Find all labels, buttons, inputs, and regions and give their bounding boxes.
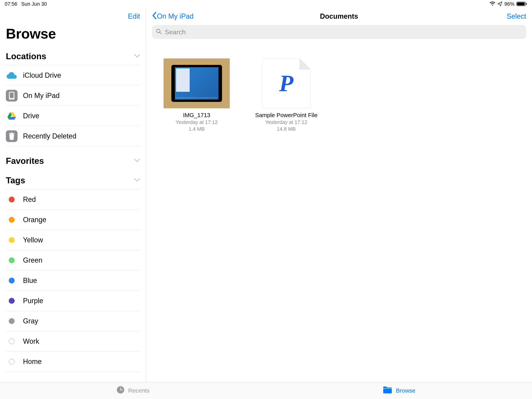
bottom-tab-bar: Recents Browse <box>0 382 532 399</box>
tab-browse[interactable]: Browse <box>266 382 532 399</box>
tag-dot-icon <box>6 237 18 243</box>
file-item[interactable]: IMG_1713 Yesterday at 17:12 1.4 MB <box>164 58 230 132</box>
icloud-icon <box>6 72 18 79</box>
chevron-down-icon <box>134 54 140 58</box>
search-icon <box>156 28 162 35</box>
tag-orange[interactable]: Orange <box>6 210 140 230</box>
file-name: Sample PowerPoint File <box>255 112 317 118</box>
svg-rect-7 <box>11 133 13 133</box>
back-button[interactable]: On My iPad <box>152 12 194 21</box>
battery-icon <box>516 1 527 6</box>
tag-dot-icon <box>6 257 18 263</box>
file-size: 14.8 MB <box>277 126 296 132</box>
tag-dot-icon <box>6 278 18 283</box>
tag-dot-icon <box>6 359 18 365</box>
svg-rect-6 <box>9 133 14 134</box>
file-date: Yesterday at 17:12 <box>176 119 218 125</box>
tag-work[interactable]: Work <box>6 331 140 351</box>
tag-home[interactable]: Home <box>6 351 140 372</box>
tag-label: Red <box>23 195 36 204</box>
location-recently-deleted[interactable]: Recently Deleted <box>6 126 140 146</box>
tab-recents[interactable]: Recents <box>0 382 266 399</box>
browse-sidebar: Edit Browse Locations iCloud Drive On My… <box>0 8 146 382</box>
clock-icon <box>116 386 125 395</box>
page-title: Documents <box>320 12 358 20</box>
tag-green[interactable]: Green <box>6 250 140 270</box>
status-bar: 07:56 Sun Jun 30 96% <box>0 0 532 8</box>
tag-dot-icon <box>6 318 18 324</box>
chevron-down-icon <box>134 178 140 183</box>
location-icon <box>497 1 502 6</box>
favorites-header[interactable]: Favorites <box>6 152 140 170</box>
tag-label: Home <box>23 358 42 366</box>
locations-title: Locations <box>6 51 46 61</box>
ipad-icon <box>6 90 18 102</box>
file-thumbnail: P <box>253 58 319 108</box>
tag-dot-icon <box>6 197 18 202</box>
wifi-icon <box>489 1 495 6</box>
file-item[interactable]: P Sample PowerPoint File Yesterday at 17… <box>253 58 319 132</box>
tag-label: Blue <box>23 277 37 285</box>
select-button[interactable]: Select <box>507 12 526 20</box>
svg-line-9 <box>160 32 161 34</box>
tag-dot-icon <box>6 298 18 304</box>
favorites-title: Favorites <box>6 156 44 166</box>
file-size: 1.4 MB <box>189 126 205 132</box>
chevron-left-icon <box>152 12 157 21</box>
tags-header[interactable]: Tags <box>6 172 140 189</box>
chevron-down-icon <box>134 159 140 163</box>
tag-yellow[interactable]: Yellow <box>6 230 140 250</box>
location-on-my-ipad[interactable]: On My iPad <box>6 85 140 106</box>
folder-icon <box>383 386 392 395</box>
search-field[interactable] <box>152 25 526 39</box>
google-drive-icon <box>6 112 18 120</box>
battery-pct: 96% <box>504 1 514 7</box>
back-label: On My iPad <box>157 12 194 20</box>
tag-gray[interactable]: Gray <box>6 311 140 331</box>
svg-rect-11 <box>383 389 392 393</box>
tag-label: Green <box>23 256 43 264</box>
tag-dot-icon <box>6 217 18 223</box>
tag-red[interactable]: Red <box>6 189 140 210</box>
search-input[interactable] <box>165 28 522 36</box>
location-label: On My iPad <box>23 91 60 100</box>
location-google-drive[interactable]: Drive <box>6 106 140 126</box>
tags-title: Tags <box>6 175 25 185</box>
tag-blue[interactable]: Blue <box>6 270 140 291</box>
trash-icon <box>6 130 18 142</box>
browse-title: Browse <box>6 26 140 42</box>
powerpoint-glyph: P <box>279 72 293 95</box>
tag-label: Yellow <box>23 236 43 244</box>
tag-dot-icon <box>6 338 18 344</box>
svg-point-5 <box>11 99 12 99</box>
tag-label: Orange <box>23 216 46 224</box>
tag-label: Gray <box>23 317 38 325</box>
location-label: Drive <box>23 112 39 120</box>
svg-rect-4 <box>10 93 14 98</box>
status-time: 07:56 <box>5 1 17 7</box>
file-name: IMG_1713 <box>183 112 210 118</box>
documents-panel: On My iPad Documents Select IMG_1713 <box>146 8 532 382</box>
file-thumbnail <box>164 58 230 108</box>
svg-rect-1 <box>517 3 525 6</box>
svg-rect-2 <box>526 3 527 5</box>
location-label: Recently Deleted <box>23 132 76 140</box>
tab-label: Browse <box>396 387 415 394</box>
tag-purple[interactable]: Purple <box>6 291 140 311</box>
tab-label: Recents <box>128 387 150 394</box>
tag-label: Purple <box>23 297 43 305</box>
location-label: iCloud Drive <box>23 71 61 79</box>
status-date: Sun Jun 30 <box>21 1 47 7</box>
location-icloud-drive[interactable]: iCloud Drive <box>6 65 140 85</box>
edit-button[interactable]: Edit <box>128 12 140 20</box>
file-date: Yesterday at 17:12 <box>265 119 307 125</box>
tag-label: Work <box>23 337 39 345</box>
locations-header[interactable]: Locations <box>6 48 140 65</box>
